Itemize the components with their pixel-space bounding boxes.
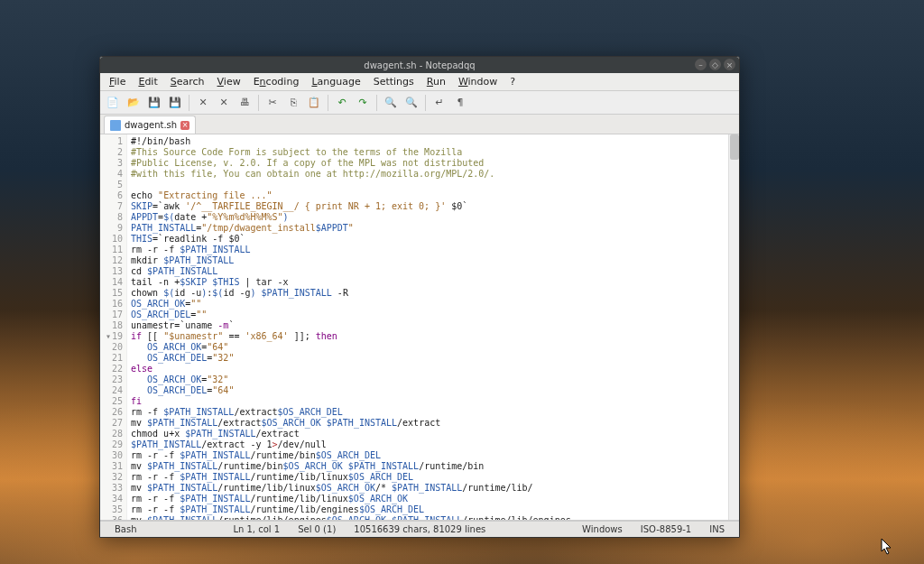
undo-icon[interactable]: ↶ bbox=[333, 94, 351, 112]
code-line[interactable]: OS_ARCH_DEL="" bbox=[131, 310, 725, 320]
line-number: 14 bbox=[100, 277, 123, 288]
menu-view[interactable]: View bbox=[212, 74, 246, 89]
code-line[interactable]: PATH_INSTALL="/tmp/dwagent_install$APPDT… bbox=[131, 223, 725, 234]
new-file-icon[interactable]: 📄 bbox=[104, 94, 122, 112]
line-number: 4 bbox=[100, 169, 123, 180]
status-language[interactable]: Bash bbox=[106, 524, 146, 534]
line-number: 26 bbox=[100, 407, 123, 418]
line-number: 3 bbox=[100, 158, 123, 169]
line-number: 7 bbox=[100, 201, 123, 212]
line-number: 5 bbox=[100, 180, 123, 190]
line-number: ▾19 bbox=[100, 331, 123, 342]
code-line[interactable]: mv $PATH_INSTALL/runtime/bin$OS_ARCH_OK … bbox=[131, 461, 725, 472]
line-number: 32 bbox=[100, 472, 123, 483]
zoom-in-icon[interactable]: 🔍 bbox=[382, 94, 400, 112]
zoom-out-icon[interactable]: 🔍 bbox=[402, 94, 420, 112]
code-line[interactable]: rm -r -f $PATH_INSTALL bbox=[131, 245, 725, 255]
menu-language[interactable]: Language bbox=[306, 74, 365, 89]
code-line[interactable]: rm -r -f $PATH_INSTALL/runtime/lib/engin… bbox=[131, 504, 725, 515]
code-line[interactable]: OS_ARCH_DEL="32" bbox=[131, 353, 725, 364]
word-wrap-icon[interactable]: ↵ bbox=[430, 94, 448, 112]
status-eol[interactable]: Windows bbox=[573, 524, 632, 534]
code-line[interactable]: OS_ARCH_OK="64" bbox=[131, 342, 725, 353]
notepadqq-window: dwagent.sh - Notepadqq – ◇ × File Edit S… bbox=[99, 56, 740, 538]
line-number: 17 bbox=[100, 310, 123, 320]
toolbar: 📄 📂 💾 💾 ✕ ✕ 🖶 ✂ ⎘ 📋 ↶ ↷ 🔍 🔍 ↵ ¶ bbox=[100, 91, 739, 115]
code-line[interactable]: mv $PATH_INSTALL/runtime/lib/engines$OS_… bbox=[131, 515, 725, 520]
titlebar[interactable]: dwagent.sh - Notepadqq – ◇ × bbox=[100, 57, 739, 73]
menu-search[interactable]: Search bbox=[165, 74, 210, 89]
line-number: 24 bbox=[100, 385, 123, 396]
close-all-icon[interactable]: ✕ bbox=[215, 94, 233, 112]
redo-icon[interactable]: ↷ bbox=[354, 94, 372, 112]
code-line[interactable]: chown $(id -u):$(id -g) $PATH_INSTALL -R bbox=[131, 288, 725, 299]
minimize-button[interactable]: – bbox=[695, 59, 707, 70]
menu-run[interactable]: Run bbox=[421, 74, 451, 89]
show-all-chars-icon[interactable]: ¶ bbox=[451, 94, 469, 112]
copy-icon[interactable]: ⎘ bbox=[284, 94, 302, 112]
code-line[interactable]: fi bbox=[131, 396, 725, 407]
tab-close-icon[interactable]: × bbox=[180, 121, 189, 130]
code-line[interactable]: #!/bin/bash bbox=[131, 136, 725, 147]
line-number: 22 bbox=[100, 364, 123, 374]
menubar: File Edit Search View Encoding Language … bbox=[100, 73, 739, 91]
line-number: 12 bbox=[100, 255, 123, 266]
code-line[interactable]: mv $PATH_INSTALL/extract$OS_ARCH_OK $PAT… bbox=[131, 418, 725, 429]
status-position: Ln 1, col 1 bbox=[224, 524, 289, 534]
code-line[interactable]: mkdir $PATH_INSTALL bbox=[131, 255, 725, 266]
code-line[interactable]: rm -f $PATH_INSTALL/extract$OS_ARCH_DEL bbox=[131, 407, 725, 418]
code-line[interactable]: OS_ARCH_OK="32" bbox=[131, 374, 725, 385]
menu-encoding[interactable]: Encoding bbox=[248, 74, 305, 89]
window-title: dwagent.sh - Notepadqq bbox=[364, 60, 475, 70]
code-line[interactable]: SKIP=`awk '/^__TARFILE_BEGIN__/ { print … bbox=[131, 201, 725, 212]
code-line[interactable]: rm -r -f $PATH_INSTALL/runtime/bin$OS_AR… bbox=[131, 450, 725, 461]
code-line[interactable]: THIS=`readlink -f $0` bbox=[131, 234, 725, 245]
scrollbar-thumb[interactable] bbox=[730, 134, 739, 160]
toolbar-separator bbox=[376, 95, 377, 111]
line-number: 9 bbox=[100, 223, 123, 234]
code-area[interactable]: #!/bin/bash#This Source Code Form is sub… bbox=[127, 134, 728, 520]
save-icon[interactable]: 💾 bbox=[145, 94, 163, 112]
code-line[interactable]: tail -n +$SKIP $THIS | tar -x bbox=[131, 277, 725, 288]
menu-window[interactable]: Window bbox=[453, 74, 503, 89]
code-line[interactable]: cd $PATH_INSTALL bbox=[131, 266, 725, 277]
code-line[interactable]: echo "Extracting file ..." bbox=[131, 190, 725, 201]
code-line[interactable]: OS_ARCH_DEL="64" bbox=[131, 385, 725, 396]
tab-dwagent[interactable]: dwagent.sh × bbox=[104, 116, 196, 134]
open-icon[interactable]: 📂 bbox=[125, 94, 143, 112]
code-line[interactable]: else bbox=[131, 364, 725, 374]
code-line[interactable]: APPDT=$(date +"%Y%m%d%H%M%S") bbox=[131, 212, 725, 223]
menu-settings[interactable]: Settings bbox=[368, 74, 420, 89]
menu-edit[interactable]: Edit bbox=[133, 74, 162, 89]
menu-file[interactable]: File bbox=[104, 74, 131, 89]
line-number: 25 bbox=[100, 396, 123, 407]
code-line[interactable]: unamestr=`uname -m` bbox=[131, 320, 725, 331]
code-line[interactable] bbox=[131, 180, 725, 190]
line-number: 21 bbox=[100, 353, 123, 364]
status-encoding[interactable]: ISO-8859-1 bbox=[632, 524, 700, 534]
vertical-scrollbar[interactable] bbox=[728, 134, 739, 520]
code-line[interactable]: #with this file, You can obtain one at h… bbox=[131, 169, 725, 180]
code-line[interactable]: $PATH_INSTALL/extract -y 1>/dev/null bbox=[131, 439, 725, 450]
close-file-icon[interactable]: ✕ bbox=[194, 94, 212, 112]
code-line[interactable]: rm -r -f $PATH_INSTALL/runtime/lib/linux… bbox=[131, 472, 725, 483]
code-line[interactable]: #Public License, v. 2.0. If a copy of th… bbox=[131, 158, 725, 169]
code-line[interactable]: OS_ARCH_OK="" bbox=[131, 299, 725, 310]
close-window-button[interactable]: × bbox=[724, 59, 735, 70]
save-all-icon[interactable]: 💾 bbox=[166, 94, 184, 112]
paste-icon[interactable]: 📋 bbox=[305, 94, 323, 112]
editor[interactable]: 123456789101112131415161718▾192021222324… bbox=[100, 134, 739, 521]
code-line[interactable]: chmod u+x $PATH_INSTALL/extract bbox=[131, 429, 725, 439]
menu-help[interactable]: ? bbox=[504, 74, 521, 89]
line-number: 1 bbox=[100, 136, 123, 147]
maximize-button[interactable]: ◇ bbox=[709, 59, 721, 70]
print-icon[interactable]: 🖶 bbox=[236, 94, 254, 112]
code-line[interactable]: if [[ "$unamestr" == 'x86_64' ]]; then bbox=[131, 331, 725, 342]
code-line[interactable]: mv $PATH_INSTALL/runtime/lib/linux$OS_AR… bbox=[131, 483, 725, 494]
code-line[interactable]: #This Source Code Form is subject to the… bbox=[131, 147, 725, 158]
cut-icon[interactable]: ✂ bbox=[263, 94, 282, 112]
tab-label: dwagent.sh bbox=[125, 120, 177, 130]
status-chars: 10516639 chars, 81029 lines bbox=[345, 524, 494, 534]
status-insert-mode[interactable]: INS bbox=[700, 524, 734, 534]
code-line[interactable]: rm -r -f $PATH_INSTALL/runtime/lib/linux… bbox=[131, 494, 725, 504]
